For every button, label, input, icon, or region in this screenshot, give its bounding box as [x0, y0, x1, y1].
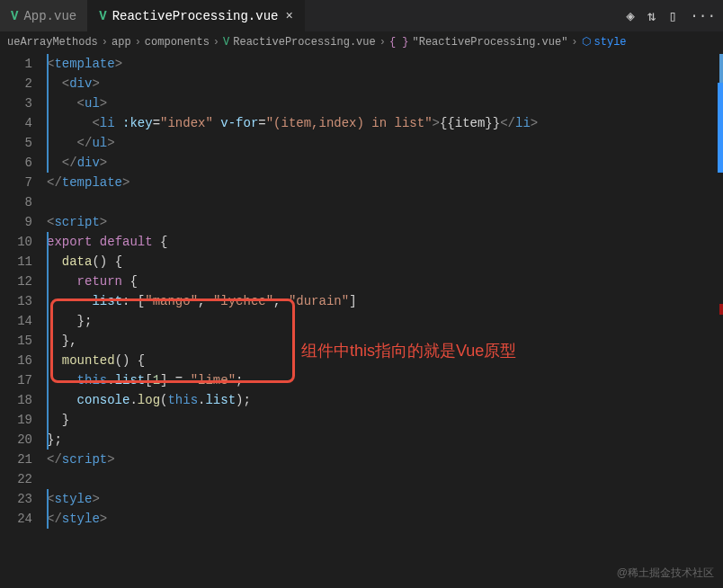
line-number: 11 — [0, 252, 32, 272]
line-number: 19 — [0, 410, 32, 430]
diff-icon[interactable]: ◈ — [626, 7, 635, 25]
line-number: 2 — [0, 74, 32, 94]
minimap-marker — [719, 54, 723, 85]
line-number: 21 — [0, 450, 32, 469]
vue-icon: V — [99, 9, 106, 23]
tab-label: App.vue — [23, 9, 76, 23]
line-number: 7 — [0, 173, 32, 192]
vue-icon: V — [11, 9, 18, 23]
chevron-right-icon: › — [213, 36, 219, 49]
line-number: 20 — [0, 430, 32, 450]
tab-app-vue[interactable]: V App.vue — [0, 0, 88, 31]
chevron-right-icon: › — [102, 36, 108, 49]
line-number: 14 — [0, 311, 32, 331]
watermark: @稀土掘金技术社区 — [617, 566, 714, 581]
tab-reactive-processing[interactable]: V ReactiveProcessing.vue × — [88, 0, 305, 31]
line-number: 10 — [0, 232, 32, 252]
chevron-right-icon: › — [135, 36, 141, 49]
brace-icon: { } — [389, 36, 409, 49]
line-number: 13 — [0, 291, 32, 311]
line-number: 9 — [0, 212, 32, 232]
line-number: 15 — [0, 331, 32, 351]
cube-icon: ⬡ — [582, 35, 591, 49]
tab-label: ReactiveProcessing.vue — [112, 9, 279, 23]
line-number: 16 — [0, 351, 32, 370]
editor-toolbar: ◈ ⇅ ▯ ··· — [626, 7, 723, 25]
breadcrumb-item[interactable]: ReactiveProcessing.vue — [233, 36, 375, 49]
close-icon[interactable]: × — [285, 9, 292, 23]
code-content[interactable]: <template> <div> <ul> <li :key="index" v… — [47, 52, 723, 586]
line-number: 5 — [0, 133, 32, 153]
vue-icon: V — [223, 36, 229, 49]
line-gutter: 1 2 3 4 5 6 7 8 9 10 11 12 13 14 15 16 1… — [0, 52, 47, 586]
tabs-left: V App.vue V ReactiveProcessing.vue × — [0, 0, 305, 31]
breadcrumb-item[interactable]: app — [112, 36, 131, 49]
line-number: 8 — [0, 192, 32, 212]
minimap-marker — [719, 304, 723, 315]
breadcrumb[interactable]: ueArrayMethods › app › components › V Re… — [0, 31, 723, 52]
line-number: 6 — [0, 153, 32, 173]
breadcrumb-item[interactable]: style — [594, 36, 627, 49]
line-number: 4 — [0, 113, 32, 133]
breadcrumb-item[interactable]: components — [145, 36, 210, 49]
code-editor[interactable]: 1 2 3 4 5 6 7 8 9 10 11 12 13 14 15 16 1… — [0, 52, 723, 586]
chevron-right-icon: › — [379, 36, 386, 49]
line-number: 23 — [0, 489, 32, 509]
line-number: 12 — [0, 272, 32, 291]
line-number: 3 — [0, 94, 32, 113]
line-number: 1 — [0, 54, 32, 74]
split-icon[interactable]: ▯ — [669, 7, 678, 25]
line-number: 22 — [0, 469, 32, 489]
line-number: 17 — [0, 370, 32, 390]
compare-icon[interactable]: ⇅ — [647, 7, 656, 25]
breadcrumb-item[interactable]: ueArrayMethods — [7, 36, 98, 49]
minimap-marker — [718, 83, 723, 173]
chevron-right-icon: › — [571, 36, 577, 49]
line-number: 18 — [0, 390, 32, 410]
breadcrumb-item[interactable]: "ReactiveProcessing.vue" — [413, 36, 568, 49]
line-number: 24 — [0, 509, 32, 529]
tab-bar: V App.vue V ReactiveProcessing.vue × ◈ ⇅… — [0, 0, 723, 31]
more-icon[interactable]: ··· — [690, 8, 716, 24]
